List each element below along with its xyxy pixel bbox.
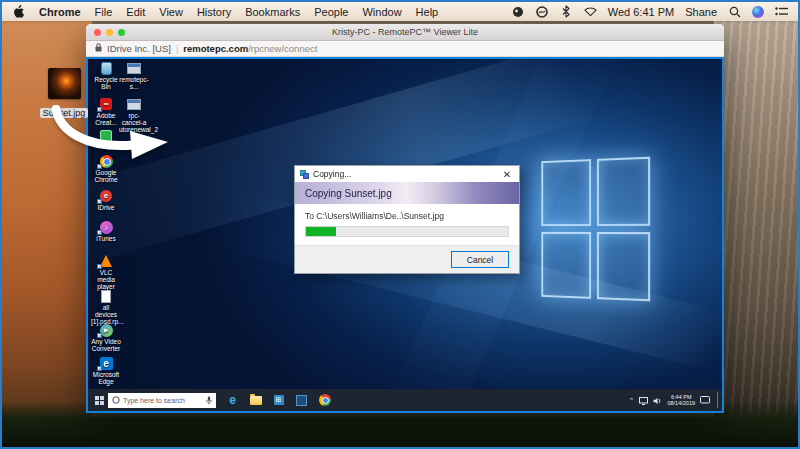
tray-display-icon[interactable] bbox=[639, 391, 648, 409]
tray-chevron-up-icon[interactable]: ⌃ bbox=[629, 397, 635, 404]
desktop-icon-edge[interactable]: e↗ Microsoft Edge bbox=[91, 356, 121, 385]
show-desktop-button[interactable] bbox=[717, 392, 720, 408]
tray-remotepc-icon[interactable] bbox=[700, 391, 710, 409]
ssl-lock-icon bbox=[95, 43, 102, 54]
spotlight-search-icon[interactable] bbox=[728, 5, 741, 18]
mac-menubar: Chrome File Edit View History Bookmarks … bbox=[2, 2, 798, 21]
document-icon bbox=[101, 290, 111, 303]
icon-label: iTunes bbox=[96, 235, 115, 242]
icon-label: Google Chrome bbox=[94, 169, 117, 183]
taskbar-clock[interactable]: 6:44 PM 08/14/2019 bbox=[667, 394, 695, 407]
close-window-button[interactable] bbox=[94, 29, 101, 36]
microphone-icon[interactable] bbox=[206, 396, 212, 405]
cancel-button[interactable]: Cancel bbox=[451, 251, 509, 268]
icon-label: Microsoft Edge bbox=[93, 371, 119, 385]
taskbar-chrome-icon[interactable] bbox=[318, 394, 331, 407]
menubar-item-edit[interactable]: Edit bbox=[126, 6, 145, 18]
wifi-icon[interactable] bbox=[584, 5, 597, 18]
browser-titlebar[interactable]: Kristy-PC - RemotePC™ Viewer Lite bbox=[86, 24, 724, 41]
taskbar-file-explorer-icon[interactable] bbox=[249, 394, 262, 407]
apple-menu-icon[interactable] bbox=[12, 5, 25, 18]
url-path: /rpcnew/connect bbox=[248, 43, 317, 54]
windows-logo-pane bbox=[541, 159, 591, 226]
taskbar-search-box[interactable]: Type here to search bbox=[108, 393, 216, 408]
cert-name[interactable]: IDrive Inc. [US] bbox=[107, 43, 171, 54]
desktop-icon-remotepc-screenshot[interactable]: remotepc-s... bbox=[119, 61, 149, 90]
status-app-icon-2[interactable] bbox=[536, 5, 549, 18]
siri-icon[interactable] bbox=[752, 6, 764, 18]
desktop-icon-idrive[interactable]: e↗ IDrive bbox=[91, 189, 121, 211]
url-separator: | bbox=[176, 44, 178, 54]
dialog-close-icon[interactable]: ✕ bbox=[500, 169, 514, 180]
menubar-item-help[interactable]: Help bbox=[416, 6, 439, 18]
desktop-icon-vlc[interactable]: ↗ VLC media player bbox=[91, 254, 121, 290]
icon-label: Any Video Converter bbox=[91, 338, 121, 352]
menubar-item-bookmarks[interactable]: Bookmarks bbox=[245, 6, 300, 18]
menubar-item-view[interactable]: View bbox=[159, 6, 183, 18]
copying-dialog: Copying... ✕ Copying Sunset.jpg To C:\Us… bbox=[294, 165, 520, 274]
menubar-item-people[interactable]: People bbox=[314, 6, 348, 18]
taskbar-store-icon[interactable]: ⊞ bbox=[272, 394, 285, 407]
windows-logo-pane bbox=[597, 232, 650, 301]
menubar-user[interactable]: Shane bbox=[685, 6, 717, 18]
icon-label: VLC media player bbox=[97, 269, 115, 290]
sunset-thumbnail-icon[interactable] bbox=[48, 68, 81, 99]
recycle-bin-icon bbox=[101, 62, 112, 75]
taskbar-date: 08/14/2019 bbox=[667, 400, 695, 407]
status-app-icon-1[interactable] bbox=[512, 5, 525, 18]
minimize-window-button[interactable] bbox=[106, 29, 113, 36]
desktop-icon-itunes[interactable]: ♪↗ iTunes bbox=[91, 220, 121, 242]
screenshot-root: Chrome File Edit View History Bookmarks … bbox=[0, 0, 800, 449]
menubar-item-history[interactable]: History bbox=[197, 6, 231, 18]
taskbar-edge-icon[interactable]: e bbox=[226, 394, 239, 407]
window-title: Kristy-PC - RemotePC™ Viewer Lite bbox=[332, 27, 478, 37]
desktop-icon-any-video-converter[interactable]: ▶↗ Any Video Converter bbox=[91, 323, 121, 352]
copy-progress-bar bbox=[305, 226, 509, 237]
bluetooth-icon[interactable] bbox=[560, 5, 573, 18]
windows-start-icon bbox=[95, 396, 104, 405]
icon-label: Recycle Bin bbox=[94, 76, 117, 90]
dialog-header-text: Copying Sunset.jpg bbox=[305, 188, 392, 199]
browser-window: Kristy-PC - RemotePC™ Viewer Lite IDrive… bbox=[86, 24, 724, 413]
icon-label: IDrive bbox=[98, 204, 115, 211]
desktop-icon-psd-document[interactable]: all devices [1].psd.rp... bbox=[91, 289, 121, 325]
cortana-circle-icon bbox=[112, 396, 120, 404]
icon-label: all devices [1].psd.rp... bbox=[91, 304, 124, 325]
copy-files-icon bbox=[300, 170, 309, 179]
url-host: remotepc.com bbox=[183, 43, 248, 54]
windows-logo-pane bbox=[597, 157, 650, 226]
dialog-title: Copying... bbox=[313, 169, 351, 179]
mac-wallpaper-right bbox=[714, 2, 798, 447]
shortcut-badge: ↗ bbox=[97, 230, 102, 235]
shortcut-badge: ↗ bbox=[97, 333, 102, 338]
image-file-icon bbox=[127, 63, 141, 74]
dialog-header-band: Copying Sunset.jpg bbox=[295, 182, 519, 204]
search-placeholder: Type here to search bbox=[123, 397, 185, 404]
menubar-item-file[interactable]: File bbox=[95, 6, 113, 18]
menubar-clock[interactable]: Wed 6:41 PM bbox=[608, 6, 674, 18]
drag-drop-arrow bbox=[42, 105, 174, 163]
menubar-app-name[interactable]: Chrome bbox=[39, 6, 81, 18]
url-text[interactable]: remotepc.com/rpcnew/connect bbox=[183, 43, 317, 54]
shortcut-badge: ↗ bbox=[97, 264, 102, 269]
windows-hero-logo bbox=[541, 157, 650, 302]
windows-logo-pane bbox=[541, 232, 591, 299]
dialog-destination-path: To C:\Users\Williams\De..\Sunset.jpg bbox=[295, 204, 519, 221]
copy-progress-fill bbox=[306, 227, 336, 236]
icon-label: remotepc-s... bbox=[119, 76, 148, 90]
menubar-item-window[interactable]: Window bbox=[362, 6, 401, 18]
notification-center-icon[interactable] bbox=[775, 5, 788, 18]
remote-desktop-viewport[interactable]: Recycle Bin remotepc-s... ∞↗ Adobe Creat… bbox=[86, 57, 724, 413]
browser-urlbar[interactable]: IDrive Inc. [US] | remotepc.com/rpcnew/c… bbox=[86, 41, 724, 57]
zoom-window-button[interactable] bbox=[118, 29, 125, 36]
start-button[interactable] bbox=[90, 391, 108, 409]
tray-speaker-icon[interactable] bbox=[653, 391, 662, 409]
shortcut-badge: ↗ bbox=[97, 164, 102, 169]
shortcut-badge: ↗ bbox=[97, 199, 102, 204]
shortcut-badge: ↗ bbox=[97, 366, 102, 371]
windows-taskbar: Type here to search e ⊞ ⌃ 6:44 PM bbox=[88, 389, 722, 411]
taskbar-photos-icon[interactable] bbox=[295, 394, 308, 407]
dialog-titlebar[interactable]: Copying... ✕ bbox=[295, 166, 519, 182]
dialog-footer: Cancel bbox=[295, 245, 519, 273]
